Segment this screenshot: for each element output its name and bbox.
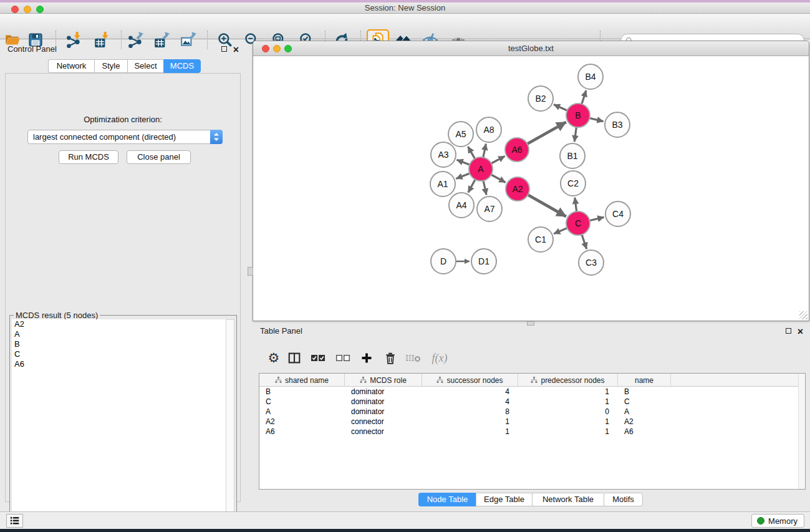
tab-style[interactable]: Style <box>94 59 127 73</box>
table-cell[interactable]: 1 <box>518 417 618 427</box>
delete-table-button[interactable] <box>404 349 422 367</box>
result-item[interactable]: A6 <box>12 359 226 369</box>
graph-node-B4[interactable]: B4 <box>577 64 604 90</box>
table-cell[interactable]: B <box>618 387 671 397</box>
table-scrollbar[interactable] <box>798 374 805 489</box>
column-header-successor-nodes[interactable]: successor nodes <box>422 374 518 387</box>
tab-mcds[interactable]: MCDS <box>163 59 201 73</box>
table-cell[interactable]: B <box>259 387 345 397</box>
table-cell[interactable]: A2 <box>618 417 671 427</box>
run-mcds-button[interactable]: Run MCDS <box>59 150 118 164</box>
table-cell[interactable]: 4 <box>422 397 518 407</box>
graph-node-A4[interactable]: A4 <box>448 192 475 218</box>
table-cell[interactable]: connector <box>345 417 422 427</box>
zoom-window-button[interactable] <box>36 6 44 13</box>
table-cell[interactable]: 1 <box>518 427 618 437</box>
graph-node-C2[interactable]: C2 <box>560 170 586 196</box>
table-cell[interactable]: 0 <box>518 407 618 417</box>
table-cell[interactable]: dominator <box>345 407 422 417</box>
network-window-titlebar[interactable]: testGlobe.txt <box>253 41 809 56</box>
minimize-window-button[interactable] <box>24 6 31 13</box>
graph-node-D[interactable]: D <box>430 248 456 274</box>
column-header-MCDS-role[interactable]: MCDS role <box>345 374 422 387</box>
tab-edge-table[interactable]: Edge Table <box>476 493 532 506</box>
table-cell[interactable]: dominator <box>345 397 422 407</box>
select-all-rows-button[interactable] <box>309 349 327 367</box>
vertical-splitter-handle[interactable] <box>248 267 253 276</box>
graph-node-B[interactable]: B <box>566 103 591 128</box>
close-window-button[interactable] <box>11 6 19 13</box>
graph-node-A7[interactable]: A7 <box>476 196 503 222</box>
graph-node-A[interactable]: A <box>468 157 493 181</box>
result-list-scrollbar[interactable] <box>226 319 234 526</box>
table-cell[interactable]: A <box>618 407 671 417</box>
table-cell[interactable]: A2 <box>259 417 345 427</box>
table-cell[interactable]: 1 <box>518 387 618 397</box>
close-panel-icon[interactable]: × <box>233 46 239 54</box>
graph-node-A8[interactable]: A8 <box>476 117 502 143</box>
table-cell[interactable]: C <box>618 397 671 407</box>
table-cell[interactable]: 8 <box>422 407 518 417</box>
network-minimize-button[interactable] <box>273 45 281 52</box>
graph-node-A3[interactable]: A3 <box>430 142 456 168</box>
column-header-shared-name[interactable]: shared name <box>259 374 345 387</box>
result-item[interactable]: A2 <box>12 319 226 329</box>
column-header-name[interactable]: name <box>618 374 671 387</box>
network-zoom-button[interactable] <box>284 45 292 52</box>
table-cell[interactable]: 1 <box>422 417 518 427</box>
criterion-dropdown[interactable]: largest connected component (directed) <box>27 130 223 144</box>
column-editor-button[interactable] <box>286 349 303 367</box>
tab-node-table[interactable]: Node Table <box>418 493 476 506</box>
network-close-button[interactable] <box>262 45 269 52</box>
table-row[interactable]: Bdominator41B <box>259 387 798 397</box>
table-row[interactable]: A2connector11A2 <box>259 417 798 427</box>
list-view-button[interactable] <box>6 514 23 528</box>
add-column-button[interactable] <box>358 349 375 367</box>
unselect-all-rows-button[interactable] <box>334 349 352 367</box>
table-cell[interactable]: 1 <box>422 427 518 437</box>
graph-node-C4[interactable]: C4 <box>605 201 631 227</box>
table-cell[interactable]: A <box>259 407 345 417</box>
table-close-panel-icon[interactable]: × <box>798 328 803 336</box>
table-float-panel-icon[interactable] <box>786 328 791 334</box>
tab-select[interactable]: Select <box>127 59 163 73</box>
function-builder-button[interactable]: f(x) <box>427 349 452 367</box>
float-panel-icon[interactable] <box>221 46 227 52</box>
graph-node-D1[interactable]: D1 <box>471 248 497 274</box>
graph-node-B2[interactable]: B2 <box>528 85 554 112</box>
table-cell[interactable]: A6 <box>259 427 345 437</box>
graph-node-C[interactable]: C <box>566 211 591 236</box>
table-settings-button[interactable]: ⚙ <box>265 349 282 367</box>
delete-columns-button[interactable] <box>382 349 399 367</box>
result-item[interactable]: C <box>12 349 226 359</box>
table-cell[interactable]: A6 <box>618 427 671 437</box>
table-row[interactable]: Cdominator41C <box>259 397 798 407</box>
graph-node-A2[interactable]: A2 <box>505 177 530 201</box>
result-item[interactable]: B <box>12 339 226 349</box>
column-header-predecessor-nodes[interactable]: predecessor nodes <box>518 374 618 387</box>
table-cell[interactable]: dominator <box>345 387 422 397</box>
table-cell[interactable]: 1 <box>518 397 618 407</box>
graph-node-B3[interactable]: B3 <box>604 112 630 138</box>
resize-grip[interactable] <box>799 311 808 319</box>
main-toolbar <box>0 14 810 39</box>
graph-node-A5[interactable]: A5 <box>448 121 474 147</box>
network-canvas[interactable]: AA1A2A3A4A5A6A7A8BB1B2B3B4CC1C2C3C4DD1 <box>253 56 809 321</box>
graph-node-A1[interactable]: A1 <box>430 171 456 197</box>
table-row[interactable]: Adominator80A <box>259 407 798 417</box>
tab-network[interactable]: Network <box>48 59 94 73</box>
table-cell[interactable]: connector <box>345 427 422 437</box>
memory-button[interactable]: Memory <box>751 514 804 528</box>
tab-network-table[interactable]: Network Table <box>532 493 604 506</box>
graph-node-C3[interactable]: C3 <box>578 249 604 276</box>
result-item[interactable]: A <box>12 329 226 339</box>
table-row[interactable]: A6connector11A6 <box>259 427 798 437</box>
close-panel-button[interactable]: Close panel <box>127 150 191 164</box>
graph-node-B1[interactable]: B1 <box>559 143 586 169</box>
graph-node-C1[interactable]: C1 <box>528 226 554 253</box>
graph-node-A6[interactable]: A6 <box>504 137 529 162</box>
table-cell[interactable]: 4 <box>422 387 518 397</box>
tab-motifs[interactable]: Motifs <box>604 493 643 506</box>
status-bar: Memory <box>0 511 810 529</box>
table-cell[interactable]: C <box>259 397 345 407</box>
